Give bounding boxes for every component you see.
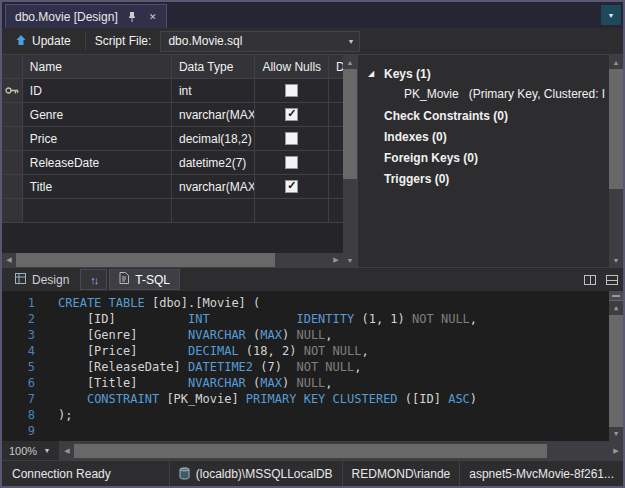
panel-section-header[interactable]: Foreign Keys (0) xyxy=(368,147,609,168)
cell-allow-nulls[interactable] xyxy=(255,199,329,223)
row-selector[interactable] xyxy=(2,199,23,223)
cell-name[interactable]: ReleaseDate xyxy=(23,151,172,175)
split-vertical-button[interactable] xyxy=(579,269,601,290)
allow-nulls-checkbox[interactable] xyxy=(285,132,298,145)
script-file-icon xyxy=(119,272,129,287)
allow-nulls-checkbox[interactable] xyxy=(285,84,298,97)
row-selector[interactable] xyxy=(2,151,23,175)
tab-tsql[interactable]: T-SQL xyxy=(109,269,180,290)
cell-name[interactable]: Genre xyxy=(23,103,172,127)
scrollbar-thumb[interactable] xyxy=(609,69,623,189)
splitter-grip-icon[interactable] xyxy=(609,291,623,301)
scroll-up-icon[interactable]: ▲ xyxy=(343,55,357,69)
cell-default[interactable] xyxy=(329,127,343,151)
row-selector[interactable] xyxy=(2,79,23,103)
line-number: 7 xyxy=(2,391,46,407)
editor-horizontal-scrollbar[interactable]: ◀ ▶ xyxy=(60,441,623,460)
status-segment: REDMOND\riande xyxy=(342,461,460,486)
panel-section-header[interactable]: Check Constraints (0) xyxy=(368,105,609,126)
row-selector[interactable] xyxy=(2,127,23,151)
cell-allow-nulls[interactable] xyxy=(255,103,329,127)
cell-data-type[interactable]: nvarchar(MAX) xyxy=(172,175,256,199)
cell-default[interactable] xyxy=(329,175,343,199)
table-row[interactable]: Pricedecimal(18,2) xyxy=(2,127,343,151)
table-row[interactable]: Genrenvarchar(MAX) xyxy=(2,103,343,127)
cell-name[interactable]: Title xyxy=(23,175,172,199)
cell-data-type[interactable] xyxy=(172,199,256,223)
scrollbar-thumb[interactable] xyxy=(16,253,275,267)
cell-data-type[interactable]: decimal(18,2) xyxy=(172,127,256,151)
scroll-right-icon[interactable]: ▶ xyxy=(609,444,623,458)
select-all-cell[interactable] xyxy=(2,55,23,79)
column-header-name[interactable]: Name xyxy=(23,55,172,79)
scroll-down-icon[interactable]: ▼ xyxy=(609,427,623,441)
update-button[interactable]: Update xyxy=(10,32,76,51)
cell-data-type[interactable]: nvarchar(MAX) xyxy=(172,103,256,127)
line-number: 6 xyxy=(2,375,46,391)
cell-allow-nulls[interactable] xyxy=(255,175,329,199)
row-selector[interactable] xyxy=(2,175,23,199)
allow-nulls-checkbox[interactable] xyxy=(285,156,298,169)
cell-default[interactable] xyxy=(329,79,343,103)
scrollbar-thumb[interactable] xyxy=(74,444,547,458)
panel-section-header[interactable]: ◢Keys (1) xyxy=(368,63,609,84)
pin-icon[interactable] xyxy=(125,10,139,24)
document-tab[interactable]: dbo.Movie [Design] ✕ xyxy=(5,4,167,28)
cell-default[interactable] xyxy=(329,151,343,175)
scroll-up-icon[interactable]: ▲ xyxy=(609,301,623,315)
scroll-up-icon[interactable]: ▲ xyxy=(609,55,623,69)
editor-vertical-scrollbar[interactable]: ▲ ▼ xyxy=(609,291,623,441)
panel-section-header[interactable]: Triggers (0) xyxy=(368,168,609,189)
status-segment: (localdb)\MSSQLLocalDB xyxy=(169,461,342,486)
tsql-code[interactable]: CREATE TABLE [dbo].[Movie] ( [ID] INT ID… xyxy=(46,291,609,441)
scroll-down-icon[interactable]: ▼ xyxy=(609,253,623,267)
table-row[interactable]: ReleaseDatedatetime2(7) xyxy=(2,151,343,175)
scroll-down-icon[interactable]: ▼ xyxy=(343,253,357,267)
toolbar-separator xyxy=(85,32,86,50)
cell-allow-nulls[interactable] xyxy=(255,127,329,151)
column-header-default[interactable]: D xyxy=(329,55,343,79)
chevron-down-icon: ▼ xyxy=(608,12,615,19)
scroll-right-icon[interactable]: ▶ xyxy=(329,253,343,267)
grid-vertical-scrollbar[interactable]: ▲ ▼ xyxy=(343,55,357,267)
tsql-editor[interactable]: 123456789 CREATE TABLE [dbo].[Movie] ( [… xyxy=(2,291,623,441)
scrollbar-thumb[interactable] xyxy=(343,69,357,179)
scrollbar-thumb[interactable] xyxy=(609,315,623,427)
script-file-combobox[interactable]: dbo.Movie.sql ▼ xyxy=(160,31,360,52)
column-header-allow-nulls[interactable]: Allow Nulls xyxy=(255,55,329,79)
split-horizontal-button[interactable] xyxy=(601,269,623,290)
table-row[interactable]: Titlenvarchar(MAX) xyxy=(2,175,343,199)
allow-nulls-checkbox[interactable] xyxy=(285,180,298,193)
grid-horizontal-scrollbar[interactable]: ◀ ▶ xyxy=(2,253,343,267)
scroll-left-icon[interactable]: ◀ xyxy=(2,253,16,267)
panel-section: Foreign Keys (0) xyxy=(368,147,609,168)
tab-design[interactable]: Design xyxy=(6,269,78,290)
cell-data-type[interactable]: datetime2(7) xyxy=(172,151,256,175)
row-selector[interactable] xyxy=(2,103,23,127)
cell-data-type[interactable]: int xyxy=(172,79,256,103)
cell-allow-nulls[interactable] xyxy=(255,79,329,103)
cell-name[interactable] xyxy=(23,199,172,223)
panel-vertical-scrollbar[interactable]: ▲ ▼ xyxy=(609,55,623,267)
panel-section: Check Constraints (0) xyxy=(368,105,609,126)
cell-name[interactable]: Price xyxy=(23,127,172,151)
cell-name[interactable]: ID xyxy=(23,79,172,103)
close-icon[interactable]: ✕ xyxy=(146,10,160,24)
zoom-control[interactable]: 100% ▼ xyxy=(2,441,60,460)
cell-default[interactable] xyxy=(329,103,343,127)
panel-section-header[interactable]: Indexes (0) xyxy=(368,126,609,147)
table-row[interactable] xyxy=(2,199,343,223)
allow-nulls-checkbox[interactable] xyxy=(285,108,298,121)
column-header-data-type[interactable]: Data Type xyxy=(172,55,256,79)
line-number: 5 xyxy=(2,359,46,375)
context-panel-list: ◢Keys (1)PK_Movie (Primary Key, Clustere… xyxy=(358,55,609,267)
cell-allow-nulls[interactable] xyxy=(255,151,329,175)
cell-default[interactable] xyxy=(329,199,343,223)
swap-panes-button[interactable]: ↑↓ xyxy=(80,269,107,290)
tab-list-dropdown-button[interactable]: ▼ xyxy=(601,5,621,25)
line-number: 9 xyxy=(2,423,46,439)
scroll-left-icon[interactable]: ◀ xyxy=(60,444,74,458)
panel-child-item[interactable]: PK_Movie (Primary Key, Clustered: I xyxy=(368,84,609,105)
table-row[interactable]: IDint xyxy=(2,79,343,103)
code-line xyxy=(58,423,609,439)
